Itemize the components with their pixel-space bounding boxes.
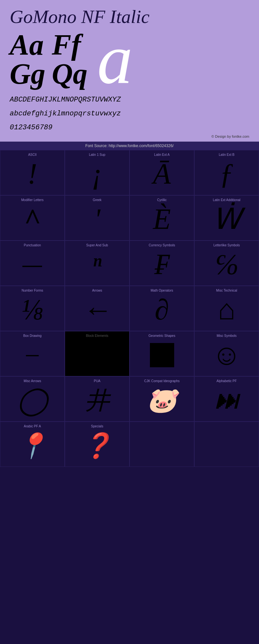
glyph-cell-letterlike: Letterlike Symbols ℅ — [194, 241, 259, 286]
glyph-label-miscsymbols: Misc Symbols — [196, 334, 257, 338]
glyph-cell-latinexta: Latin Ext A Ā — [130, 150, 194, 195]
glyph-cell-ascii: ASCII ! — [0, 150, 65, 195]
glyph-cell-alphabeticpf: Alphabetic PF ⏭ — [194, 376, 259, 422]
glyph-char-geoshapes — [131, 339, 192, 371]
glyph-char-latinextb: ƒ — [196, 158, 257, 190]
glyph-char-arabicpfa: 📍 — [2, 430, 63, 462]
glyph-cell-modifier: Modifier Letters ^ — [0, 195, 65, 241]
alphabet-lower: abcdefghijklmnopqrstuvwxyz — [10, 108, 249, 119]
glyph-char-boxdrawing: ─ — [2, 339, 63, 371]
glyph-char-latinexta: Ā — [131, 158, 192, 190]
glyph-label-geoshapes: Geometric Shapes — [131, 334, 192, 338]
glyph-cell-cjkcompat: CJK Compat Ideographs 🐷 — [130, 376, 194, 422]
glyph-char-blockelements — [67, 339, 128, 371]
glyph-cell-currency: Currency Symbols ₣ — [130, 241, 194, 286]
glyph-label-latinextadd: Latin Ext Additional — [196, 198, 257, 202]
glyph-char-misctech: ⌂ — [196, 294, 257, 326]
glyph-char-miscarrows: ◯ — [2, 384, 63, 416]
glyph-label-latinextb: Latin Ext B — [196, 153, 257, 156]
letter-pairs-container: Aa Ff Gg Qq a — [10, 30, 249, 91]
glyph-char-cjkcompat: 🐷 — [131, 384, 192, 416]
glyph-label-greek: Greek — [67, 198, 128, 202]
glyph-char-cyrillic: È — [131, 203, 192, 235]
glyph-char-latinextadd: Ẇ — [196, 203, 257, 235]
glyph-cell-blockelements: Block Elements — [65, 331, 130, 376]
copyright: © Design by fontke.com — [10, 134, 249, 138]
glyph-cell-misctech: Misc Technical ⌂ — [194, 286, 259, 331]
glyph-char-arrows: ← — [67, 294, 128, 326]
glyph-cell-latin1sup: Latin 1 Sup ¡ — [65, 150, 130, 195]
glyph-char-miscsymbols: ☺ — [196, 339, 257, 371]
glyph-cell-geoshapes: Geometric Shapes — [130, 331, 194, 376]
glyph-cell-mathops: Math Operators ∂ — [130, 286, 194, 331]
geo-square-element — [150, 343, 174, 367]
glyph-char-ascii: ! — [2, 158, 63, 190]
glyph-char-alphabeticpf: ⏭ — [196, 384, 257, 416]
glyph-label-cjkcompat: CJK Compat Ideographs — [131, 379, 192, 383]
glyph-char-currency: ₣ — [131, 249, 192, 281]
glyph-cell-miscsymbols: Misc Symbols ☺ — [194, 331, 259, 376]
glyph-label-arrows: Arrows — [67, 289, 128, 292]
glyph-char-modifier: ^ — [2, 203, 63, 235]
glyph-cell-empty1 — [130, 422, 194, 467]
glyph-char-numberforms: ⅛ — [2, 294, 63, 326]
glyph-char-superandsub: ⁿ — [67, 249, 128, 281]
glyph-label-ascii: ASCII — [2, 153, 63, 156]
glyph-label-arabicpfa: Arabic PF A — [2, 424, 63, 428]
font-source-bar: Font Source: http://www.fontke.com/font/… — [0, 142, 259, 150]
glyph-label-modifier: Modifier Letters — [2, 198, 63, 202]
glyph-label-misctech: Misc Technical — [196, 289, 257, 292]
glyph-label-alphabeticpf: Alphabetic PF — [196, 379, 257, 383]
glyph-cell-cyrillic: Cyrillic È — [130, 195, 194, 241]
glyph-label-boxdrawing: Box Drawing — [2, 334, 63, 338]
glyph-label-latin1sup: Latin 1 Sup — [67, 153, 128, 156]
letter-pair-ff: Ff — [52, 30, 87, 59]
letter-pair-qq: Qq — [52, 59, 87, 89]
glyph-label-latinexta: Latin Ext A — [131, 153, 192, 156]
glyph-cell-numberforms: Number Forms ⅛ — [0, 286, 65, 331]
glyph-cell-empty2 — [194, 422, 259, 467]
glyph-cell-specials: Specials ❓ — [65, 422, 130, 467]
header-section: GoMono NF Italic Aa Ff Gg Qq a ABCDEFGHI… — [0, 0, 259, 142]
glyph-cell-latinextadd: Latin Ext Additional Ẇ — [194, 195, 259, 241]
glyph-cell-latinextb: Latin Ext B ƒ — [194, 150, 259, 195]
letter-grid: Aa Ff Gg Qq — [10, 30, 87, 89]
glyph-cell-greek: Greek ' — [65, 195, 130, 241]
glyph-char-latin1sup: ¡ — [67, 158, 128, 190]
block-square-element — [83, 340, 112, 370]
glyph-char-letterlike: ℅ — [196, 249, 257, 281]
glyph-label-pua: PUA — [67, 379, 128, 383]
letter-pair-gg: Gg — [10, 59, 45, 89]
glyph-cell-miscarrows: Misc Arrows ◯ — [0, 376, 65, 422]
glyph-char-pua: 井 — [67, 384, 128, 416]
glyph-cell-boxdrawing: Box Drawing ─ — [0, 331, 65, 376]
glyph-cell-arrows: Arrows ← — [65, 286, 130, 331]
glyph-char-mathops: ∂ — [131, 294, 192, 326]
glyph-label-specials: Specials — [67, 424, 128, 428]
glyph-grid: ASCII ! Latin 1 Sup ¡ Latin Ext A Ā Lati… — [0, 150, 259, 467]
digits: 0123456789 — [10, 122, 249, 133]
glyph-label-cyrillic: Cyrillic — [131, 198, 192, 202]
glyph-label-letterlike: Letterlike Symbols — [196, 243, 257, 247]
glyph-cell-arabicpfa: Arabic PF A 📍 — [0, 422, 65, 467]
glyph-char-specials: ❓ — [67, 430, 128, 462]
glyph-label-numberforms: Number Forms — [2, 289, 63, 292]
glyph-cell-pua: PUA 井 — [65, 376, 130, 422]
letter-pair-aa: Aa — [10, 30, 45, 59]
glyph-char-greek: ' — [67, 203, 128, 235]
glyph-label-blockelements: Block Elements — [67, 334, 128, 338]
glyph-label-punctuation: Punctuation — [2, 243, 63, 247]
glyph-cell-punctuation: Punctuation — — [0, 241, 65, 286]
glyph-label-currency: Currency Symbols — [131, 243, 192, 247]
glyph-char-punctuation: — — [2, 249, 63, 281]
glyph-label-mathops: Math Operators — [131, 289, 192, 292]
glyph-label-miscarrows: Misc Arrows — [2, 379, 63, 383]
big-letter-a: a — [97, 27, 133, 91]
glyph-cell-superandsub: Super And Sub ⁿ — [65, 241, 130, 286]
glyph-label-superandsub: Super And Sub — [67, 243, 128, 247]
